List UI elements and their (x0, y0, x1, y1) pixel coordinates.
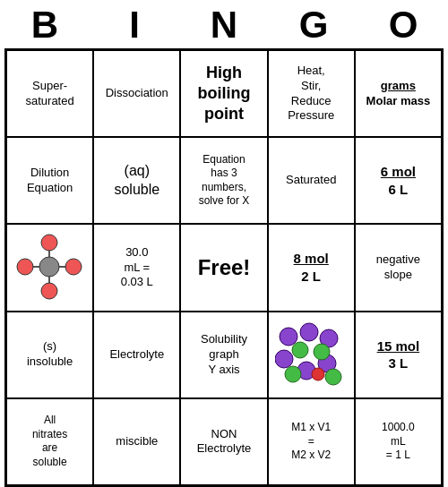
svg-point-4 (41, 235, 57, 251)
letter-i: I (90, 4, 179, 47)
cell-text-r1c3: Saturated (286, 173, 336, 188)
cell-r3c2: Solubility graph Y axis (180, 312, 267, 398)
letter-b: B (0, 4, 90, 47)
molecule-svg (16, 234, 83, 301)
cell-r3c1: Electrolyte (93, 312, 180, 398)
cell-r1c2: Equation has 3 numbers, solve for X (180, 137, 267, 224)
cell-r2c2-free: Free! (180, 224, 267, 311)
cell-r4c2: NON Electrolyte (180, 398, 267, 485)
letter-g: G (269, 4, 358, 47)
numerator-15mol: 15 mol (377, 337, 420, 355)
cell-r0c0: Super-saturated (6, 50, 93, 137)
cell-r3c4: 15 mol 3 L (355, 312, 442, 398)
denominator-3L: 3 L (389, 355, 409, 372)
cell-text-r1c1: (aq) soluble (114, 162, 159, 200)
cell-text-r4c0: All nitrates are soluble (32, 414, 67, 469)
cell-text-r3c1: Electrolyte (109, 347, 164, 363)
cell-r0c4: grams Molar mass (355, 50, 442, 137)
svg-point-7 (65, 259, 82, 275)
svg-point-12 (275, 350, 293, 368)
cell-r0c2: High boiling point (180, 50, 267, 137)
cell-r4c3: M1 x V1 = M2 x V2 (268, 398, 355, 485)
cell-r4c4: 1000.0 mL = 1 L (355, 398, 442, 485)
letter-n: N (179, 4, 269, 47)
svg-point-19 (312, 368, 324, 380)
svg-point-15 (292, 342, 308, 358)
cell-r0c3: Heat, Stir, Reduce Pressure (268, 50, 355, 137)
svg-point-17 (285, 366, 301, 382)
fraction-6mol-6L: 6 mol 6 L (381, 163, 416, 198)
bingo-grid: Super-saturated Dissociation High boilin… (4, 48, 444, 487)
free-text: Free! (198, 253, 251, 281)
cell-r0c1: Dissociation (93, 50, 180, 137)
cell-r1c1: (aq) soluble (93, 137, 180, 224)
cell-r2c1: 30.0 mL = 0.03 L (93, 224, 180, 311)
fraction-8mol-2L: 8 mol 2 L (294, 250, 329, 285)
cell-text-r0c1: Dissociation (106, 86, 168, 101)
cell-text-r3c2: Solubility graph Y axis (201, 332, 247, 378)
numerator-6mol: 6 mol (381, 163, 416, 181)
cell-r1c3: Saturated (268, 137, 355, 224)
cell-text-r4c2: NON Electrolyte (197, 427, 252, 457)
cell-text-r3c0: (s) insoluble (27, 339, 73, 370)
cell-r2c3: 8 mol 2 L (268, 224, 355, 311)
cell-r3c3 (268, 312, 355, 398)
cell-text-r1c2: Equation has 3 numbers, solve for X (199, 153, 250, 209)
cell-text-r0c2: High boiling point (198, 63, 251, 125)
svg-point-6 (17, 259, 33, 275)
denominator-6L: 6 L (389, 181, 409, 199)
svg-point-9 (280, 328, 297, 346)
svg-point-10 (300, 323, 318, 341)
denominator-2L: 2 L (301, 268, 321, 286)
cell-r2c4: negative slope (355, 224, 442, 311)
cell-text-r2c4: negative slope (376, 252, 420, 283)
cell-text-r0c0: Super-saturated (11, 79, 89, 109)
numerator-grams: grams (381, 79, 416, 94)
fraction-15mol-3L: 15 mol 3 L (377, 337, 420, 372)
cell-text-r4c1: miscible (116, 434, 158, 449)
cell-r4c0: All nitrates are soluble (6, 398, 93, 485)
compound-molecule-svg (275, 319, 347, 390)
cell-text-r0c3: Heat, Stir, Reduce Pressure (288, 64, 334, 124)
cell-text-r4c4: 1000.0 mL = 1 L (382, 421, 415, 463)
svg-point-18 (325, 369, 341, 385)
cell-text-r2c1: 30.0 mL = 0.03 L (121, 245, 153, 291)
cell-r2c0 (6, 224, 93, 311)
letter-o: O (358, 4, 448, 47)
svg-point-8 (39, 257, 59, 277)
cell-r1c0: Dilution Equation (6, 137, 93, 224)
cell-r4c1: miscible (93, 398, 180, 485)
svg-point-5 (41, 283, 57, 299)
bingo-title: B I N G O (0, 0, 448, 48)
cell-r3c0: (s) insoluble (6, 312, 93, 398)
numerator-8mol: 8 mol (294, 250, 329, 268)
svg-point-16 (314, 344, 330, 360)
denominator-molar-mass: Molar mass (366, 94, 431, 109)
fraction-grams: grams Molar mass (366, 79, 431, 109)
cell-text-r1c0: Dilution Equation (27, 166, 73, 196)
cell-text-r4c3: M1 x V1 = M2 x V2 (291, 421, 331, 463)
cell-r1c4: 6 mol 6 L (355, 137, 442, 224)
